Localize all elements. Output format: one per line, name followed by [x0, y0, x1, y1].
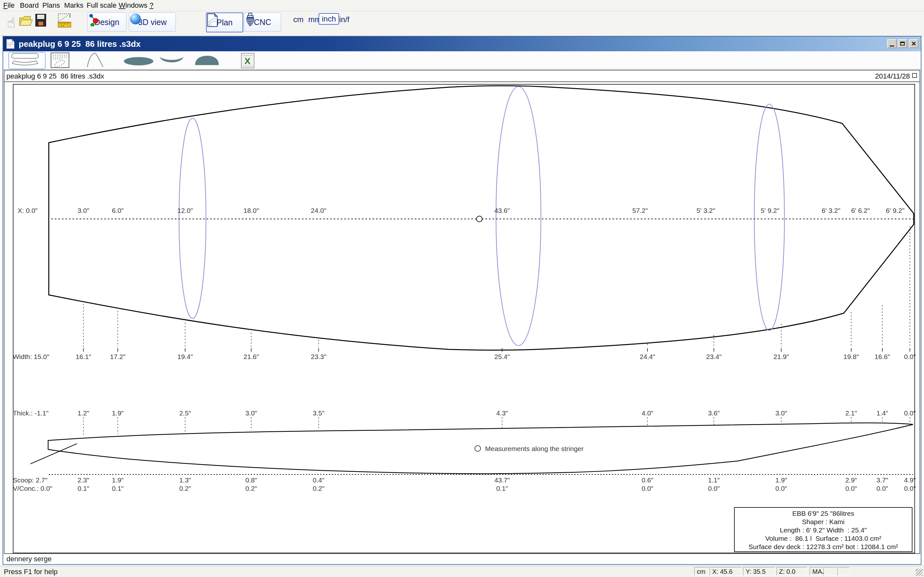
- maximize-button[interactable]: [898, 39, 907, 48]
- thick-value: 4.3": [496, 409, 508, 417]
- x-value: 6' 9.2": [886, 207, 905, 214]
- application-window: FileBoardPlansMarksFull scaleWindows? ☝: [0, 0, 924, 577]
- status-cell-2: Y: 35.5: [743, 567, 775, 575]
- width-value: 16.1": [76, 353, 91, 361]
- dome-shape-button[interactable]: [194, 55, 221, 66]
- vconc-value: 0.0": [642, 485, 654, 492]
- scoop-value: 0.4": [313, 476, 325, 484]
- plan-shape-button[interactable]: [123, 56, 155, 66]
- width-value: 21.9": [774, 353, 789, 361]
- width-value: 24.4": [640, 353, 655, 361]
- scoop-value: 0.8": [246, 476, 257, 484]
- open-folder-icon[interactable]: [19, 14, 34, 31]
- excel-export-button[interactable]: X: [241, 53, 258, 69]
- x-value: 6.0": [112, 207, 124, 214]
- document-header: peakplug 6 9 25 86 litres .s3dx 2014/11/…: [5, 71, 919, 82]
- unit-in-f[interactable]: in/f: [339, 15, 349, 24]
- scoop-value: 4.9": [904, 476, 916, 484]
- 3d-view-button[interactable]: 3D view: [129, 13, 176, 32]
- design-button-label: Design: [94, 18, 120, 27]
- x-value: 18.0": [244, 207, 259, 214]
- slice-shape-button[interactable]: [159, 56, 185, 65]
- x-value: 6' 6.2": [851, 207, 870, 214]
- status-bar: Press F1 for help cmX: 45.6Y: 35.5Z: 0.0…: [0, 566, 924, 577]
- rocker-curve-button[interactable]: [86, 53, 109, 68]
- thick-value: 2.1": [845, 409, 857, 417]
- x-value: 43.6": [494, 207, 510, 214]
- close-icon: ×: [911, 40, 916, 47]
- svg-text:X: X: [244, 56, 250, 66]
- status-help-text: Press F1 for help: [4, 568, 58, 576]
- scoop-value: 0.6": [642, 476, 654, 484]
- plan-shape-icon: [123, 56, 154, 66]
- thick-value: 3.6": [708, 409, 720, 417]
- resize-grip-icon[interactable]: [916, 569, 923, 576]
- thick-value: 2.5": [179, 409, 191, 417]
- menu-bar: FileBoardPlansMarksFull scaleWindows?: [0, 0, 924, 11]
- main-toolbar: ☝ 1 0: [0, 11, 924, 36]
- status-cell-0: cm: [694, 567, 709, 575]
- dome-shape-icon: [194, 55, 220, 65]
- spec-sheet-icon: [51, 53, 69, 68]
- menu-item-?[interactable]: ?: [150, 1, 153, 10]
- width-value: 16.6": [875, 353, 890, 361]
- menu-item-file[interactable]: File: [3, 1, 15, 10]
- vconc-value: 0.1": [78, 485, 89, 492]
- scoop-value: 2.3": [78, 476, 89, 484]
- outline-view-icon: [9, 53, 41, 67]
- save-floppy-icon[interactable]: [35, 14, 48, 31]
- status-cell-5: [823, 567, 837, 575]
- window-title: peakplug 6 9 25 86 litres .s3dx: [19, 39, 141, 49]
- thick-row-prefix: Thick.: -1.1": [13, 409, 48, 417]
- width-value: 25.4": [494, 353, 510, 361]
- scoop-value: 1.1": [708, 476, 720, 484]
- design-button[interactable]: Design: [87, 13, 126, 32]
- width-value: 19.8": [843, 353, 859, 361]
- scoop-value: 1.3": [179, 476, 191, 484]
- scoop-value: 43.7": [494, 476, 510, 484]
- thick-value: 4.0": [642, 409, 654, 417]
- vconc-value: 0.0": [775, 485, 787, 492]
- menu-item-windows[interactable]: Windows: [119, 1, 147, 10]
- spec-sheet-button[interactable]: [51, 53, 71, 69]
- status-cell-3: Z: 0.0: [776, 567, 807, 575]
- minimize-button[interactable]: [887, 39, 897, 48]
- plan-button[interactable]: Plan: [206, 13, 243, 32]
- vconc-value: 0.0": [708, 485, 720, 492]
- vconc-value: 0.2": [179, 485, 191, 492]
- 3d-view-button-label: 3D view: [138, 18, 167, 27]
- x-value: 24.0": [311, 207, 326, 214]
- vconc-value: 0.1": [496, 485, 508, 492]
- menu-item-fullscale[interactable]: Full scale: [87, 1, 116, 10]
- menu-item-marks[interactable]: Marks: [64, 1, 83, 10]
- outline-view-button[interactable]: [8, 52, 45, 69]
- x-value: 57.2": [632, 207, 648, 214]
- unit-inch[interactable]: inch: [318, 13, 339, 25]
- thick-value: 1.2": [78, 409, 89, 417]
- window-title-bar[interactable]: peakplug 6 9 25 86 litres .s3dx: [3, 37, 921, 51]
- menu-item-plans[interactable]: Plans: [42, 1, 60, 10]
- scoop-value: 1.9": [112, 476, 124, 484]
- slice-shape-icon: [159, 56, 184, 65]
- board-info-box: EBB 6'9" 25 "86litresShaper : KamiLength…: [734, 507, 913, 552]
- info-line: EBB 6'9" 25 "86litres: [735, 509, 912, 518]
- thick-value: 3.5": [313, 409, 325, 417]
- vconc-value: 0.2": [246, 485, 257, 492]
- close-button[interactable]: ×: [909, 39, 919, 48]
- hand-pointer-icon[interactable]: ☝: [4, 13, 19, 32]
- maximize-icon: [900, 42, 905, 45]
- ruler-icon[interactable]: 1 0: [57, 13, 73, 32]
- document-date: 2014/11/28: [875, 72, 910, 81]
- svg-text:1 0: 1 0: [60, 24, 64, 27]
- menu-item-board[interactable]: Board: [20, 1, 39, 10]
- thick-value: 0.0": [904, 409, 916, 417]
- author-row: dennery serge: [4, 553, 920, 564]
- x-value: 12.0": [178, 207, 193, 214]
- vconc-value: 0.1": [112, 485, 124, 492]
- unit-cm[interactable]: cm: [293, 15, 304, 24]
- date-checkbox[interactable]: [912, 73, 917, 78]
- x-value: 5' 3.2": [696, 207, 715, 214]
- x-row-prefix: X: 0.0": [18, 207, 37, 214]
- document-icon: [6, 39, 15, 49]
- cnc-button[interactable]: CNC: [244, 13, 281, 32]
